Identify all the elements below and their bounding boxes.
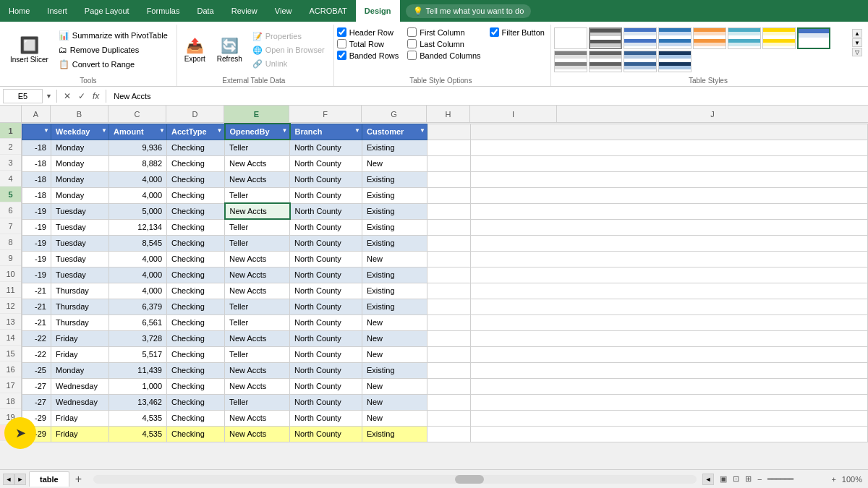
row-num-14[interactable]: 14 (0, 330, 21, 346)
cell-f[interactable]: North County (290, 155, 362, 171)
cell-g[interactable]: New (362, 251, 427, 267)
cell-b[interactable]: Monday (51, 362, 109, 378)
cell-c[interactable]: 4,000 (109, 251, 167, 267)
cell-empty2[interactable] (471, 219, 868, 235)
cell-b[interactable]: Tuesday (51, 219, 109, 235)
cell-c[interactable]: 3,728 (109, 330, 167, 346)
cell-empty2[interactable] (471, 251, 868, 267)
cell-g[interactable]: Existing (362, 267, 427, 283)
filter-icon-c[interactable]: ▼ (159, 127, 165, 134)
view-break-btn[interactable]: ⊞ (745, 474, 752, 484)
cell-g[interactable]: New (362, 410, 427, 426)
row-num-8[interactable]: 8 (0, 234, 21, 250)
ribbon-tab-home[interactable]: Home (0, 0, 38, 22)
cell-b[interactable]: Thursday (51, 299, 109, 314)
cell-empty2[interactable] (471, 155, 868, 171)
table-style-blue2[interactable] (658, 27, 692, 49)
style-scroll-expand[interactable]: ▽ (852, 48, 862, 56)
tell-me-box[interactable]: 💡 Tell me what you want to do (406, 4, 532, 18)
cell-empty2[interactable] (471, 203, 868, 219)
cell-a[interactable]: -27 (22, 394, 51, 410)
cell-empty2[interactable] (471, 314, 868, 330)
cell-a[interactable]: -22 (22, 330, 51, 346)
cell-c[interactable]: 1,000 (109, 378, 167, 394)
cell-d[interactable]: Checking (167, 140, 225, 155)
cell-e[interactable]: New Accts (225, 283, 290, 299)
scroll-thumb[interactable] (455, 475, 484, 484)
cell-b[interactable]: Friday (51, 426, 109, 442)
th-f[interactable]: Branch ▼ (290, 124, 362, 140)
cell-e[interactable]: New Accts (225, 267, 290, 283)
col-header-i[interactable]: I (470, 106, 557, 122)
cell-f[interactable]: North County (290, 378, 362, 394)
ribbon-tab-data[interactable]: Data (188, 0, 222, 22)
cell-g[interactable]: Existing (362, 187, 427, 203)
cell-empty1[interactable] (427, 155, 471, 171)
cell-a[interactable]: -18 (22, 155, 51, 171)
cell-empty1[interactable] (427, 235, 471, 251)
cell-f[interactable]: North County (290, 187, 362, 203)
cell-d[interactable]: Checking (167, 394, 225, 410)
cell-g[interactable]: Existing (362, 140, 427, 155)
cell-f[interactable]: North County (290, 203, 362, 219)
cell-a[interactable]: -19 (22, 235, 51, 251)
header-row-checkbox[interactable] (337, 27, 346, 37)
cell-b[interactable]: Wednesday (51, 394, 109, 410)
cell-d[interactable]: Checking (167, 314, 225, 330)
cell-e[interactable]: Teller (225, 346, 290, 362)
banded-rows-check[interactable]: Banded Rows (337, 51, 399, 60)
row-num-13[interactable]: 13 (0, 314, 21, 330)
table-style-blue-light[interactable] (624, 27, 657, 49)
col-header-d[interactable]: D (166, 106, 224, 122)
cell-e[interactable]: New Accts (225, 410, 290, 426)
cell-empty1[interactable] (427, 426, 471, 442)
row-num-3[interactable]: 3 (0, 155, 21, 171)
cell-g[interactable]: Existing (362, 426, 427, 442)
cell-empty2[interactable] (471, 426, 868, 442)
ribbon-tab-pagelayout[interactable]: Page Layout (76, 0, 138, 22)
cell-b[interactable]: Tuesday (51, 203, 109, 219)
convert-to-range-button[interactable]: 📋 Convert to Range (56, 58, 171, 71)
cell-d[interactable]: Checking (167, 330, 225, 346)
cell-b[interactable]: Monday (51, 140, 109, 155)
cell-b[interactable]: Monday (51, 155, 109, 171)
cell-f[interactable]: North County (290, 140, 362, 155)
cell-e[interactable]: New Accts (225, 378, 290, 394)
cell-empty2[interactable] (471, 330, 868, 346)
cell-b[interactable]: Tuesday (51, 251, 109, 267)
sheet-scroll-right[interactable]: ► (14, 474, 26, 485)
remove-duplicates-button[interactable]: 🗂 Remove Duplicates (56, 43, 171, 56)
cell-e[interactable]: New Accts (225, 203, 290, 219)
cell-empty1[interactable] (427, 314, 471, 330)
cell-e[interactable]: Teller (225, 314, 290, 330)
cell-a[interactable]: -19 (22, 251, 51, 267)
formula-cancel-icon[interactable]: ✕ (61, 91, 73, 101)
cell-g[interactable]: New (362, 394, 427, 410)
col-header-b[interactable]: B (51, 106, 109, 122)
cell-f[interactable]: North County (290, 251, 362, 267)
cell-e[interactable]: Teller (225, 219, 290, 235)
cell-c[interactable]: 4,000 (109, 267, 167, 283)
row-num-9[interactable]: 9 (0, 250, 21, 266)
banded-cols-check[interactable]: Banded Columns (407, 51, 480, 60)
cell-g[interactable]: New (362, 155, 427, 171)
scroll-bar-area[interactable] (93, 475, 697, 484)
cell-d[interactable]: Checking (167, 235, 225, 251)
cell-a[interactable]: -22 (22, 346, 51, 362)
table-style-dark1[interactable] (589, 27, 622, 49)
cell-a[interactable]: -19 (22, 267, 51, 283)
cell-b[interactable]: Monday (51, 171, 109, 187)
filter-icon-d[interactable]: ▼ (217, 127, 223, 134)
cell-e[interactable]: Teller (225, 394, 290, 410)
th-e[interactable]: OpenedBy ▼ (225, 124, 290, 140)
cell-d[interactable]: Checking (167, 267, 225, 283)
cell-c[interactable]: 4,000 (109, 171, 167, 187)
row-num-6[interactable]: 6 (0, 202, 21, 218)
unlink-button[interactable]: 🔗 Unlink (250, 58, 328, 70)
banded-cols-checkbox[interactable] (407, 51, 417, 60)
cell-empty2[interactable] (471, 394, 868, 410)
cell-e[interactable]: New Accts (225, 330, 290, 346)
cell-empty1[interactable] (427, 299, 471, 314)
last-col-checkbox[interactable] (407, 39, 417, 48)
ribbon-tab-formulas[interactable]: Formulas (138, 0, 189, 22)
